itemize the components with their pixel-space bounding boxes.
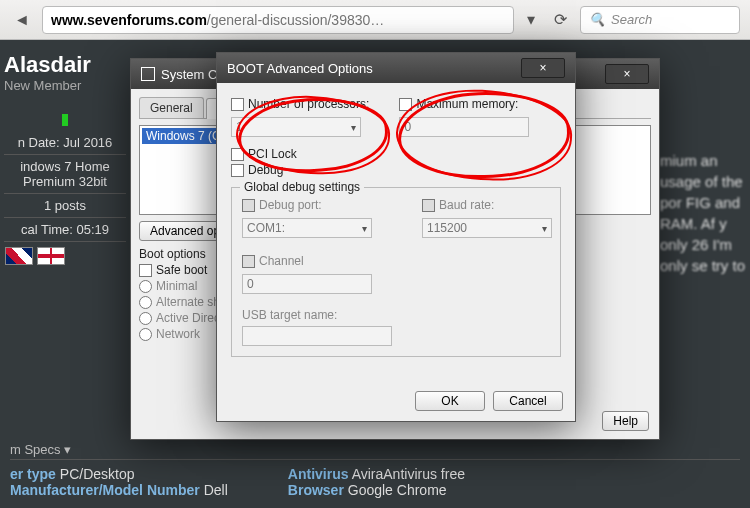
tab-general[interactable]: General	[139, 97, 204, 118]
ok-button[interactable]: OK	[415, 391, 485, 411]
max-memory-checkbox[interactable]: Maximum memory:	[399, 97, 529, 111]
sysconf-close-button[interactable]: ×	[605, 64, 649, 84]
search-placeholder: Search	[611, 12, 652, 27]
debug-label: Debug	[248, 163, 283, 177]
baud-rate-checkbox: Baud rate:	[422, 198, 552, 212]
spec-type-value: PC/Desktop	[60, 466, 135, 482]
chevron-down-icon: ▾	[351, 122, 356, 133]
adv-close-button[interactable]: ×	[521, 58, 565, 78]
debug-port-combo: COM1: ▾	[242, 218, 372, 238]
post-count: 1 posts	[4, 194, 126, 218]
flag-uk-icon	[6, 248, 32, 264]
post-body-fragment: mium an usage of the por FIG and RAM. Af…	[660, 150, 750, 276]
baud-rate-combo: 115200 ▾	[422, 218, 552, 238]
boot-advanced-options-dialog: BOOT Advanced Options × Number of proces…	[216, 52, 576, 422]
sysconf-help-button[interactable]: Help	[602, 411, 649, 431]
channel-label: Channel	[259, 254, 304, 268]
browser-toolbar: ◄ www.sevenforums.com /general-discussio…	[0, 0, 750, 40]
flag-england-icon	[38, 248, 64, 264]
user-flags	[4, 242, 126, 270]
specs-header[interactable]: m Specs ▾	[10, 442, 740, 460]
channel-checkbox: Channel	[242, 254, 392, 268]
max-memory-label: Maximum memory:	[416, 97, 518, 111]
num-processors-label: Number of processors:	[248, 97, 369, 111]
global-debug-group: Global debug settings Debug port: COM1: …	[231, 187, 561, 357]
spec-av-label: Antivirus	[288, 466, 349, 482]
baud-rate-value: 115200	[427, 221, 467, 235]
adv-title: BOOT Advanced Options	[227, 61, 373, 76]
adv-titlebar[interactable]: BOOT Advanced Options ×	[217, 53, 575, 83]
username: Alasdair	[4, 52, 126, 78]
debug-checkbox[interactable]: Debug	[231, 163, 561, 177]
channel-input: 0	[242, 274, 372, 294]
url-bar[interactable]: www.sevenforums.com /general-discussion/…	[42, 6, 514, 34]
pci-lock-checkbox[interactable]: PCI Lock	[231, 147, 561, 161]
baud-rate-label: Baud rate:	[439, 198, 494, 212]
url-path: /general-discussion/39830…	[207, 12, 384, 28]
user-sidebar: Alasdair New Member n Date: Jul 2016 ind…	[0, 40, 130, 276]
max-memory-input[interactable]: 0	[399, 117, 529, 137]
channel-value: 0	[247, 277, 254, 291]
user-role: New Member	[4, 78, 126, 93]
max-memory-value: 0	[404, 120, 411, 134]
debug-port-label: Debug port:	[259, 198, 322, 212]
url-dropdown-icon[interactable]: ▾	[522, 10, 540, 29]
chevron-down-icon: ▾	[362, 223, 367, 234]
spec-av-value: AviraAntivirus free	[352, 466, 465, 482]
spec-browser-value: Google Chrome	[348, 482, 447, 498]
search-icon: 🔍	[589, 12, 605, 27]
num-processors-checkbox[interactable]: Number of processors:	[231, 97, 369, 111]
system-specs-panel: m Specs ▾ er type PC/Desktop Manufacture…	[0, 436, 750, 508]
debug-port-value: COM1:	[247, 221, 285, 235]
usb-target-input	[242, 326, 392, 346]
join-date: n Date: Jul 2016	[4, 131, 126, 155]
spec-browser-label: Browser	[288, 482, 344, 498]
chevron-down-icon: ▾	[542, 223, 547, 234]
browser-search-box[interactable]: 🔍 Search	[580, 6, 740, 34]
reload-button[interactable]: ⟳	[548, 8, 572, 32]
user-os: indows 7 Home Premium 32bit	[4, 155, 126, 194]
pci-lock-label: PCI Lock	[248, 147, 297, 161]
num-processors-value: 1	[236, 120, 243, 134]
debug-port-checkbox: Debug port:	[242, 198, 392, 212]
url-host: www.sevenforums.com	[51, 12, 207, 28]
usb-target-label: USB target name:	[242, 308, 392, 322]
nav-back-button[interactable]: ◄	[10, 8, 34, 32]
spec-type-label: er type	[10, 466, 56, 482]
num-processors-combo[interactable]: 1 ▾	[231, 117, 361, 137]
sysconf-icon	[141, 67, 155, 81]
spec-manu-label: Manufacturer/Model Number	[10, 482, 200, 498]
global-debug-legend: Global debug settings	[240, 180, 364, 194]
safe-boot-label: Safe boot	[156, 263, 207, 277]
cancel-button[interactable]: Cancel	[493, 391, 563, 411]
spec-manu-value: Dell	[204, 482, 228, 498]
local-time: cal Time: 05:19	[4, 218, 126, 242]
